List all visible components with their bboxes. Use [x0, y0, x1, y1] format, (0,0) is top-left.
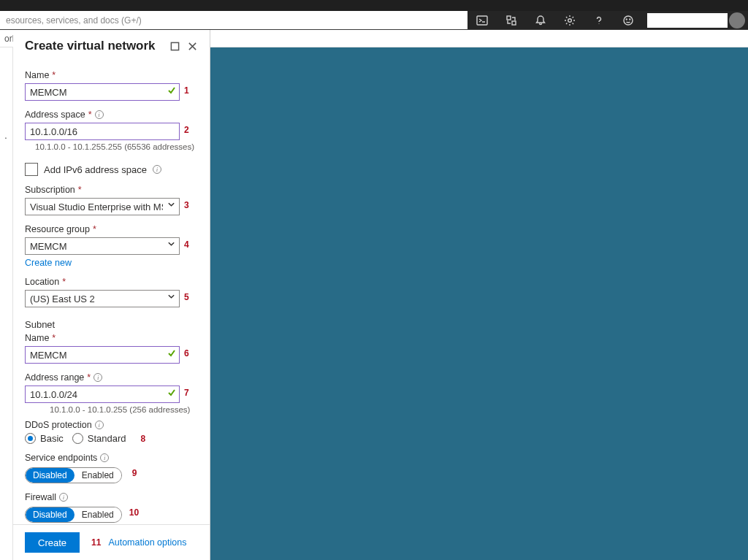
account-display[interactable] — [647, 13, 728, 28]
subscription-select[interactable] — [25, 198, 180, 215]
annotation-2: 2 — [184, 125, 189, 135]
annotation-6: 6 — [184, 348, 189, 358]
cloud-shell-icon[interactable] — [468, 11, 497, 30]
info-icon[interactable]: i — [153, 165, 161, 174]
blade-title: Create virtual network — [25, 39, 163, 53]
svg-point-4 — [624, 16, 633, 25]
subnet-section-title: Subnet — [25, 319, 198, 330]
create-new-rg-link[interactable]: Create new — [25, 258, 72, 268]
service-endpoints-label: Service endpoints i — [25, 453, 198, 463]
name-input[interactable] — [25, 83, 180, 101]
rail-marker: · — [4, 131, 7, 143]
create-vnet-blade: Create virtual network Name* 1 — [13, 30, 210, 560]
resource-group-select[interactable] — [25, 237, 180, 255]
rail-column: · — [0, 30, 13, 560]
info-icon[interactable]: i — [59, 493, 68, 502]
ipv6-label: Add IPv6 address space — [44, 164, 147, 175]
ddos-basic-label: Basic — [40, 433, 64, 444]
settings-icon[interactable] — [555, 11, 584, 30]
svg-rect-1 — [507, 16, 511, 20]
info-icon[interactable]: i — [100, 453, 109, 462]
address-space-input[interactable] — [25, 123, 180, 140]
firewall-toggle[interactable]: Disabled Enabled — [25, 507, 122, 523]
subnet-range-input[interactable] — [25, 386, 180, 403]
annotation-9: 9 — [132, 468, 137, 478]
close-icon[interactable] — [186, 40, 198, 52]
blade-footer: Create 11 Automation options — [13, 524, 210, 560]
svg-point-6 — [630, 19, 630, 20]
directory-switch-icon[interactable] — [497, 11, 526, 30]
ddos-standard-radio[interactable] — [72, 433, 83, 444]
feedback-icon[interactable] — [614, 11, 643, 30]
subnet-range-label: Address range* i — [25, 372, 198, 383]
topbar-icon-group — [468, 11, 643, 29]
global-search-input[interactable]: esources, services, and docs (G+/) — [0, 11, 468, 29]
svg-point-3 — [568, 18, 572, 22]
subnet-name-label: Name* — [25, 333, 198, 343]
pin-icon[interactable] — [169, 40, 180, 52]
location-select[interactable] — [25, 290, 180, 307]
ddos-standard-label: Standard — [88, 433, 126, 444]
annotation-10: 10 — [129, 507, 139, 518]
search-placeholder-text: esources, services, and docs (G+/) — [6, 15, 142, 26]
subnet-name-input[interactable] — [25, 346, 180, 364]
svg-rect-7 — [171, 42, 178, 50]
blade-body[interactable]: Name* 1 Address space* i — [13, 59, 210, 524]
annotation-11: 11 — [91, 537, 101, 548]
annotation-4: 4 — [184, 239, 189, 250]
firewall-enabled[interactable]: Enabled — [75, 507, 121, 522]
service-endpoints-disabled[interactable]: Disabled — [26, 468, 75, 483]
check-icon — [167, 86, 176, 95]
info-icon[interactable]: i — [94, 373, 102, 382]
resource-group-label: Resource group* — [25, 224, 198, 234]
service-endpoints-toggle[interactable]: Disabled Enabled — [25, 467, 122, 483]
user-avatar[interactable] — [729, 12, 745, 28]
canvas-area — [210, 30, 748, 560]
subnet-range-hint: 10.1.0.0 - 10.1.0.255 (256 addresses) — [50, 405, 198, 414]
check-icon — [167, 388, 176, 397]
subscription-label: Subscription* — [25, 185, 198, 195]
annotation-3: 3 — [184, 200, 189, 210]
annotation-1: 1 — [184, 85, 189, 96]
ipv6-checkbox[interactable] — [25, 163, 38, 176]
annotation-8: 8 — [141, 434, 146, 444]
create-button[interactable]: Create — [25, 532, 80, 553]
notifications-icon[interactable] — [526, 11, 555, 30]
firewall-disabled[interactable]: Disabled — [26, 507, 75, 522]
automation-options-link[interactable]: Automation options — [108, 537, 186, 548]
info-icon[interactable]: i — [95, 110, 104, 119]
location-label: Location* — [25, 277, 198, 287]
name-label: Name* — [25, 70, 198, 80]
address-space-label: Address space* i — [25, 110, 198, 120]
info-icon[interactable]: i — [95, 421, 104, 429]
annotation-7: 7 — [184, 388, 189, 398]
svg-point-5 — [626, 19, 627, 20]
ddos-basic-radio[interactable] — [25, 433, 36, 444]
ddos-label: DDoS protection i — [25, 420, 198, 430]
annotation-5: 5 — [184, 292, 189, 302]
shell-top-bar — [0, 0, 748, 11]
address-space-hint: 10.1.0.0 - 10.1.255.255 (65536 addresses… — [35, 142, 198, 151]
check-icon — [167, 349, 176, 358]
svg-rect-2 — [512, 21, 516, 25]
help-icon[interactable] — [584, 11, 614, 30]
service-endpoints-enabled[interactable]: Enabled — [75, 468, 121, 483]
firewall-label: Firewall i — [25, 492, 198, 502]
top-bar: esources, services, and docs (G+/) — [0, 11, 748, 30]
